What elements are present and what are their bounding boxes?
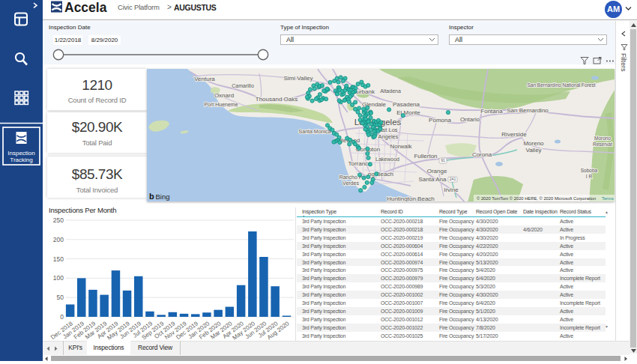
svg-text:91: 91	[441, 158, 445, 163]
svg-text:Ventura: Ventura	[194, 76, 215, 82]
svg-text:Tracking: Tracking	[10, 157, 32, 163]
svg-text:© 2020 TomTom © 2020 HERE, © 2: © 2020 TomTom © 2020 HERE, © 2020 Micros…	[477, 196, 596, 201]
svg-text:Lakewood: Lakewood	[375, 157, 399, 162]
svg-text:50: 50	[57, 294, 64, 301]
svg-text:Santa Ana: Santa Ana	[419, 176, 447, 183]
svg-text:Altadena: Altadena	[380, 88, 401, 94]
svg-text:150: 150	[53, 255, 64, 263]
svg-text:Bing: Bing	[156, 192, 170, 201]
svg-text:Verdes: Verdes	[342, 181, 359, 186]
svg-text:250: 250	[53, 216, 64, 224]
svg-text:I R: I R	[586, 174, 593, 179]
svg-text:Camarillo: Camarillo	[232, 83, 254, 88]
svg-text:San Bernardino National Forest: San Bernardino National Forest	[527, 82, 595, 88]
svg-text:Valley: Valley	[525, 147, 541, 154]
svg-text:Inspection: Inspection	[7, 150, 34, 157]
svg-text:Corona: Corona	[472, 151, 492, 158]
svg-text:El Monte: El Monte	[396, 109, 420, 116]
svg-text:Port Hueneme: Port Hueneme	[204, 102, 238, 107]
svg-text:Fullerton: Fullerton	[414, 153, 437, 160]
svg-text:San Bernardino: San Bernardino	[507, 107, 549, 114]
svg-text:Reservat: Reservat	[593, 142, 612, 147]
svg-text:Fontana: Fontana	[480, 108, 503, 115]
svg-text:Irvine: Irvine	[444, 186, 459, 193]
svg-text:Riverside: Riverside	[501, 131, 527, 138]
svg-text:Norwalk: Norwalk	[390, 143, 413, 150]
svg-text:Ontario: Ontario	[460, 116, 480, 123]
svg-text:Huntington Beach: Huntington Beach	[387, 195, 435, 201]
svg-text:241: 241	[450, 177, 456, 181]
svg-text:ng Beach: ng Beach	[368, 171, 393, 178]
svg-text:Thousand Oaks: Thousand Oaks	[256, 96, 298, 103]
svg-text:200: 200	[53, 236, 64, 243]
svg-text:Terms: Terms	[602, 196, 614, 201]
svg-text:Orange: Orange	[427, 168, 447, 175]
svg-text:Soboba: Soboba	[581, 168, 598, 173]
svg-text:Pasadena: Pasadena	[393, 101, 420, 108]
svg-text:Oxnard: Oxnard	[214, 92, 234, 99]
svg-text:Santa Monica: Santa Monica	[299, 129, 331, 134]
svg-text:100: 100	[53, 274, 64, 282]
svg-text:0: 0	[60, 313, 64, 321]
svg-text:Angeles: Angeles	[378, 133, 398, 140]
svg-text:Simi Valley: Simi Valley	[284, 75, 313, 82]
svg-text:Pomona: Pomona	[429, 117, 451, 124]
svg-text:Morono: Morono	[594, 136, 611, 141]
svg-text:Moreno: Moreno	[523, 140, 544, 147]
svg-text:b: b	[149, 192, 154, 201]
